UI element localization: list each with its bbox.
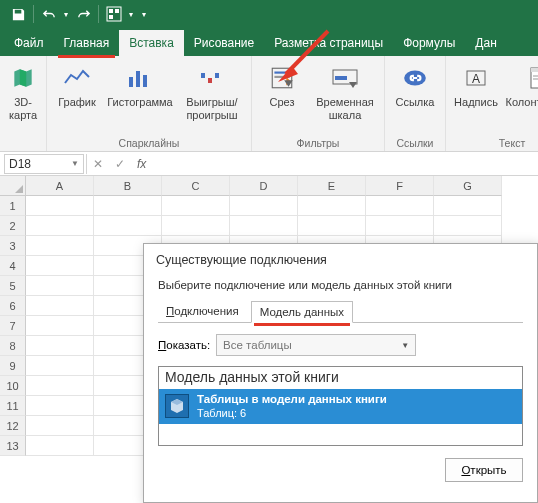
tab-drawing[interactable]: Рисование — [184, 30, 264, 56]
tab-formulas[interactable]: Формулы — [393, 30, 465, 56]
cell[interactable] — [26, 336, 94, 356]
row-headers: 12345678910111213 — [0, 176, 26, 456]
cell[interactable] — [26, 236, 94, 256]
svg-rect-8 — [208, 78, 212, 83]
textbox-button[interactable]: A Надпись — [450, 60, 502, 136]
cell[interactable] — [94, 216, 162, 236]
ribbon-group-links: Ссылка Ссылки — [385, 56, 446, 151]
column-header[interactable]: G — [434, 176, 502, 196]
undo-icon[interactable] — [37, 2, 61, 26]
tab-home[interactable]: Главная — [54, 30, 120, 56]
svg-marker-16 — [349, 82, 357, 88]
cell[interactable] — [26, 316, 94, 336]
hyperlink-button[interactable]: Ссылка — [389, 60, 441, 136]
column-header[interactable]: F — [366, 176, 434, 196]
row-header[interactable]: 8 — [0, 336, 26, 356]
svg-rect-1 — [109, 9, 113, 13]
cell[interactable] — [434, 196, 502, 216]
textbox-label: Надпись — [454, 96, 498, 109]
save-icon[interactable] — [6, 2, 30, 26]
svg-rect-2 — [115, 9, 119, 13]
row-header[interactable]: 6 — [0, 296, 26, 316]
cell[interactable] — [298, 216, 366, 236]
cell[interactable] — [162, 196, 230, 216]
tab-file[interactable]: Файл — [4, 30, 54, 56]
row-header[interactable]: 9 — [0, 356, 26, 376]
column-header[interactable]: C — [162, 176, 230, 196]
cell[interactable] — [26, 416, 94, 436]
ribbon-group-sparklines: График Гистограмма Выигрыш/проигрыш Спар… — [47, 56, 252, 151]
touch-mode-icon[interactable] — [102, 2, 126, 26]
existing-connections-dialog: Существующие подключения Выберите подклю… — [143, 243, 538, 503]
row-header[interactable]: 11 — [0, 396, 26, 416]
cell[interactable] — [298, 196, 366, 216]
timeline-button[interactable]: Временнаяшкала — [310, 60, 380, 136]
header-footer-button[interactable]: Колонтитулы — [504, 60, 538, 136]
sparkline-winloss-icon — [196, 62, 228, 94]
cell[interactable] — [434, 216, 502, 236]
show-select-value: Все таблицы — [223, 339, 292, 351]
ribbon-group-title: Ссылки — [389, 136, 441, 149]
slicer-button[interactable]: Срез — [256, 60, 308, 136]
name-box[interactable]: D18 ▼ — [4, 154, 84, 174]
cell[interactable] — [26, 296, 94, 316]
show-select[interactable]: Все таблицы ▼ — [216, 334, 416, 356]
tab-insert[interactable]: Вставка — [119, 30, 184, 56]
connections-listbox[interactable]: Модель данных этой книги Таблицы в модел… — [158, 366, 523, 446]
data-model-icon — [165, 394, 189, 418]
column-header[interactable]: E — [298, 176, 366, 196]
sparkline-column-icon — [124, 62, 156, 94]
cell[interactable] — [26, 196, 94, 216]
row-header[interactable]: 3 — [0, 236, 26, 256]
svg-rect-4 — [129, 77, 133, 87]
row-header[interactable]: 10 — [0, 376, 26, 396]
slicer-label: Срез — [270, 96, 295, 109]
redo-icon[interactable] — [71, 2, 95, 26]
row-header[interactable]: 1 — [0, 196, 26, 216]
cell[interactable] — [230, 196, 298, 216]
cell[interactable] — [26, 256, 94, 276]
cell[interactable] — [26, 376, 94, 396]
tab-pagelayout[interactable]: Разметка страницы — [264, 30, 393, 56]
cell[interactable] — [366, 216, 434, 236]
row-header[interactable]: 4 — [0, 256, 26, 276]
tab-data[interactable]: Дан — [465, 30, 506, 56]
open-button[interactable]: Открыть — [445, 458, 523, 482]
undo-dropdown[interactable]: ▾ — [62, 10, 70, 19]
sparkline-line-icon — [61, 62, 93, 94]
dialog-tab-datamodel[interactable]: Модель данных — [251, 301, 353, 323]
cell[interactable] — [26, 216, 94, 236]
cell[interactable] — [230, 216, 298, 236]
name-box-value: D18 — [9, 157, 31, 171]
dialog-tab-connections[interactable]: Подключения — [158, 301, 247, 323]
row-header[interactable]: 2 — [0, 216, 26, 236]
cell[interactable] — [26, 356, 94, 376]
ribbon-group-title: Текст — [450, 136, 538, 149]
cell[interactable] — [94, 196, 162, 216]
sparkline-winloss-button[interactable]: Выигрыш/проигрыш — [177, 60, 247, 136]
sparkline-column-button[interactable]: Гистограмма — [105, 60, 175, 136]
cell[interactable] — [366, 196, 434, 216]
column-header[interactable]: B — [94, 176, 162, 196]
cell[interactable] — [162, 216, 230, 236]
sparkline-winloss-label: Выигрыш/проигрыш — [186, 96, 237, 121]
column-header[interactable]: A — [26, 176, 94, 196]
dialog-buttons: Открыть — [144, 446, 537, 482]
formula-input[interactable] — [152, 154, 538, 174]
cell[interactable] — [26, 396, 94, 416]
row-header[interactable]: 7 — [0, 316, 26, 336]
fx-icon[interactable]: fx — [131, 157, 152, 171]
qat-customize-dropdown[interactable]: ▾ — [140, 10, 148, 19]
list-item[interactable]: Таблицы в модели данных книги Таблиц: 6 — [159, 389, 522, 424]
cell[interactable] — [26, 436, 94, 456]
sparkline-line-button[interactable]: График — [51, 60, 103, 136]
row-header[interactable]: 12 — [0, 416, 26, 436]
row-header[interactable]: 13 — [0, 436, 26, 456]
column-header[interactable]: D — [230, 176, 298, 196]
select-all-corner[interactable] — [0, 176, 26, 196]
svg-rect-7 — [201, 73, 205, 78]
row-header[interactable]: 5 — [0, 276, 26, 296]
touch-mode-dropdown[interactable]: ▾ — [127, 10, 135, 19]
3d-map-button[interactable]: 3D-карта — [4, 60, 42, 148]
cell[interactable] — [26, 276, 94, 296]
